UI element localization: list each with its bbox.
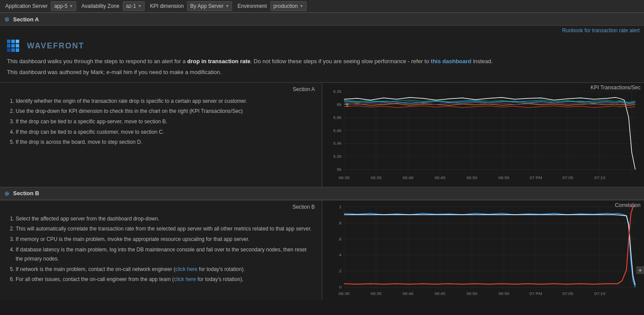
section-b-icon[interactable]: ⊕ (4, 190, 10, 197)
section-b-steps: Select the affected app server from the … (7, 214, 315, 285)
svg-rect-3 (7, 44, 10, 47)
svg-text:6.2k: 6.2k (333, 89, 342, 94)
header-line1: This dashboard walks you through the ste… (7, 57, 637, 66)
az-value: az-1 (126, 3, 136, 9)
app-server-arrow: ▼ (69, 4, 73, 8)
chart-a-title: KPI Transactions/Sec (590, 85, 641, 91)
header-bold: drop in transaction rate (187, 58, 250, 64)
svg-rect-7 (11, 48, 15, 52)
svg-text:5.8k: 5.8k (333, 115, 342, 119)
svg-text:5.2k: 5.2k (333, 154, 342, 159)
svg-rect-5 (16, 44, 19, 47)
svg-text:5k: 5k (337, 167, 342, 172)
svg-text:07:05: 07:05 (562, 175, 573, 180)
svg-text:06:35: 06:35 (371, 291, 382, 296)
svg-text:06:55: 06:55 (499, 291, 510, 296)
list-item: If the drop can be tied to a specific cu… (16, 128, 315, 137)
list-item: If the drop can be tied to a specific ap… (16, 117, 315, 127)
section-a-steps: Identify whether the origin of the trans… (7, 97, 315, 147)
kpi-value: By App Server (190, 3, 224, 9)
svg-text:.4: .4 (338, 252, 342, 257)
section-b-content: Section B Select the affected app server… (0, 200, 644, 300)
chart-b-title: Correlation (615, 202, 641, 208)
az-arrow: ▼ (138, 4, 142, 8)
svg-rect-6 (7, 48, 10, 52)
chart-b-svg: 1 .8 .6 .4 .2 0 06:30 06:35 06:40 06:45 … (322, 200, 644, 300)
header-line2: This dashboard was authored by Mark; e-m… (7, 69, 637, 75)
section-a-panel-title: Section A (7, 86, 315, 92)
app-server-value: app-5 (54, 3, 67, 9)
svg-text:07:10: 07:10 (594, 291, 606, 296)
click-here-2[interactable]: click here (174, 276, 196, 282)
this-dashboard-link[interactable]: this dashboard (431, 58, 471, 64)
svg-text:5.6k: 5.6k (333, 128, 342, 132)
svg-text:06:45: 06:45 (435, 291, 446, 296)
svg-text:5.4k: 5.4k (333, 141, 342, 146)
svg-text:.8: .8 (338, 220, 342, 225)
header-pre: This dashboard walks you through the ste… (7, 58, 187, 64)
availability-zone-label: Availability Zone (78, 0, 123, 13)
environment-value: production (273, 3, 298, 9)
section-b-title: Section B (13, 190, 39, 196)
svg-text:5: 5 (346, 102, 348, 108)
section-b-panel-title: Section B (7, 204, 315, 210)
svg-text:07:10: 07:10 (594, 175, 606, 180)
app-server-label: Application Server (2, 0, 51, 13)
section-a-chart: KPI Transactions/Sec 6.2k 6k 5.8k (322, 83, 644, 187)
logo-icon (7, 40, 23, 52)
list-item: Use the drop-down for KPI dimension to c… (16, 107, 315, 116)
kpi-arrow: ▼ (226, 4, 229, 8)
runbook-link[interactable]: Runbook for transaction rate alert (562, 27, 640, 34)
runbook-bar: Runbook for transaction rate alert (0, 26, 644, 35)
svg-text:1: 1 (339, 204, 342, 209)
list-item: If the drop is across the board, move to… (16, 138, 315, 147)
section-a-header: ⊕ Section A (0, 13, 644, 26)
svg-text:06:50: 06:50 (466, 175, 478, 180)
logo-text: WAVEFRONT (27, 41, 84, 51)
click-here-1[interactable]: click here (175, 266, 198, 272)
section-a-content: Section A Identify whether the origin of… (0, 82, 644, 187)
svg-text:06:35: 06:35 (371, 175, 382, 180)
list-item: If database latency is the main problem,… (16, 245, 315, 264)
svg-rect-1 (11, 40, 15, 43)
environment-dropdown[interactable]: production ▼ (270, 1, 307, 11)
svg-text:06:40: 06:40 (402, 175, 414, 180)
svg-text:0: 0 (339, 285, 342, 289)
section-b-text-panel: Section B Select the affected app server… (0, 200, 322, 300)
environment-label: Environment (234, 0, 270, 13)
svg-text:06:40: 06:40 (402, 291, 414, 296)
navbar: Application Server app-5 ▼ Availability … (0, 0, 644, 13)
svg-rect-4 (11, 44, 15, 47)
svg-text:07 PM: 07 PM (529, 175, 542, 180)
svg-rect-8 (16, 48, 19, 52)
kpi-dropdown[interactable]: By App Server ▼ (187, 1, 233, 11)
list-item: Select the affected app server from the … (16, 214, 315, 224)
list-item: If memory or CPU is the main problem, in… (16, 235, 315, 244)
chart-a-svg: 6.2k 6k 5.8k 5.6k 5.4k 5.2k 5k 06:30 06:… (322, 83, 644, 187)
wavefront-header: WAVEFRONT This dashboard walks you throu… (0, 35, 644, 82)
list-item: Identify whether the origin of the trans… (16, 97, 315, 106)
list-item: This will automatically correlate the tr… (16, 224, 315, 234)
header-mid: . Do not follow these steps if you are s… (250, 58, 431, 64)
svg-text:06:45: 06:45 (435, 175, 446, 180)
az-dropdown[interactable]: az-1 ▼ (123, 1, 145, 11)
list-item: For all other issues, contact the on-cal… (16, 275, 315, 285)
header-post: instead. (472, 58, 493, 64)
svg-rect-0 (7, 40, 10, 43)
svg-text:06:50: 06:50 (466, 291, 478, 296)
wavefront-logo: WAVEFRONT (7, 40, 637, 52)
svg-text:.2: .2 (338, 268, 342, 273)
zoom-plus-button[interactable]: + (636, 266, 644, 274)
section-a-title: Section A (13, 16, 39, 23)
svg-text:06:30: 06:30 (339, 291, 350, 296)
app-server-dropdown[interactable]: app-5 ▼ (51, 1, 76, 11)
environment-arrow: ▼ (300, 4, 303, 8)
section-b-chart: Correlation 1 .8 .6 .4 .2 (322, 200, 644, 300)
kpi-label: KPI dimension (146, 0, 187, 13)
svg-text:07 PM: 07 PM (529, 291, 542, 296)
section-b-header: ⊕ Section B (0, 187, 644, 200)
list-item: If network is the main problem, contact … (16, 265, 315, 274)
svg-text:06:55: 06:55 (499, 175, 510, 180)
section-a-icon[interactable]: ⊕ (4, 16, 10, 23)
svg-text:06:30: 06:30 (339, 175, 350, 180)
